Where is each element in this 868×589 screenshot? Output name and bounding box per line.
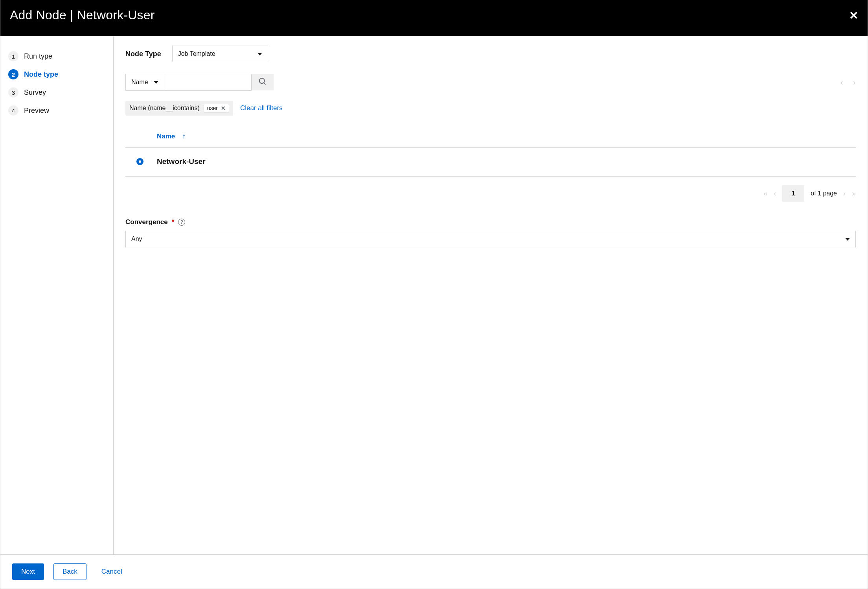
column-header-label: Name	[157, 133, 175, 140]
row-name: Network-User	[157, 153, 206, 166]
step-number: 4	[8, 105, 18, 116]
filter-chip: user ✕	[204, 104, 229, 112]
compact-next-icon[interactable]: ›	[853, 78, 856, 87]
filter-chip-group: Name (name__icontains) user ✕	[125, 101, 233, 116]
step-label: Run type	[24, 52, 52, 61]
table-row[interactable]: Network-User	[125, 148, 856, 177]
convergence-label: Convergence	[125, 218, 168, 226]
back-button-label: Back	[63, 568, 77, 576]
step-label: Node type	[24, 70, 58, 79]
wizard-step-survey[interactable]: 3 Survey	[8, 83, 105, 101]
page-last-icon[interactable]: »	[852, 190, 856, 198]
page-next-icon[interactable]: ›	[843, 190, 846, 198]
search-input[interactable]	[164, 74, 252, 90]
modal-footer: Next Back Cancel	[0, 554, 868, 589]
modal-body: 1 Run type 2 Node type 3 Survey 4 Previe…	[0, 36, 868, 554]
wizard-step-preview[interactable]: 4 Preview	[8, 101, 105, 120]
search-group: Name	[125, 74, 274, 90]
node-type-label: Node Type	[125, 50, 161, 58]
table-header-row: Name ↑	[125, 126, 856, 148]
convergence-field: Convergence * ? Any	[125, 218, 856, 247]
chevron-down-icon	[845, 238, 850, 241]
wizard-nav: 1 Run type 2 Node type 3 Survey 4 Previe…	[0, 36, 114, 554]
clear-all-filters-link[interactable]: Clear all filters	[240, 104, 283, 112]
chip-remove-icon[interactable]: ✕	[221, 105, 226, 111]
node-type-select[interactable]: Job Template	[172, 46, 268, 62]
filter-chip-row: Name (name__icontains) user ✕ Clear all …	[125, 101, 856, 116]
cancel-button-label: Cancel	[101, 568, 122, 576]
step-label: Preview	[24, 107, 49, 115]
row-radio-cell	[125, 154, 157, 165]
page-prev-icon[interactable]: ‹	[774, 190, 776, 198]
page-count-text: of 1 page	[811, 190, 837, 197]
back-button[interactable]: Back	[53, 563, 86, 580]
search-toolbar: Name ‹ ›	[125, 74, 856, 90]
node-type-field: Node Type Job Template	[125, 46, 856, 62]
node-type-value: Job Template	[178, 50, 215, 57]
add-node-modal: Add Node | Network-User ✕ 1 Run type 2 N…	[0, 0, 868, 589]
step-number: 2	[8, 69, 18, 79]
chevron-down-icon	[154, 81, 158, 84]
help-icon[interactable]: ?	[178, 219, 185, 226]
step-number: 1	[8, 51, 18, 61]
next-button-label: Next	[21, 568, 35, 576]
step-number: 3	[8, 87, 18, 98]
chip-group-label: Name (name__icontains)	[129, 105, 200, 112]
search-icon	[259, 78, 266, 87]
step-label: Survey	[24, 88, 46, 97]
search-key-value: Name	[131, 79, 148, 86]
convergence-value: Any	[131, 236, 142, 243]
pagination: « ‹ of 1 page › »	[125, 177, 856, 210]
convergence-select[interactable]: Any	[125, 231, 856, 247]
row-radio[interactable]	[136, 158, 143, 165]
column-header-name[interactable]: Name ↑	[157, 132, 186, 140]
modal-title: Add Node | Network-User	[10, 8, 155, 22]
page-first-icon[interactable]: «	[763, 190, 767, 198]
sort-asc-icon: ↑	[182, 132, 186, 140]
chip-value: user	[207, 105, 218, 111]
close-icon[interactable]: ✕	[849, 8, 858, 21]
wizard-step-node-type[interactable]: 2 Node type	[8, 65, 105, 83]
required-star-icon: *	[172, 218, 175, 226]
modal-header: Add Node | Network-User ✕	[0, 0, 868, 36]
chevron-down-icon	[257, 53, 262, 55]
cancel-button[interactable]: Cancel	[96, 563, 131, 580]
convergence-label-row: Convergence * ?	[125, 218, 856, 226]
wizard-content: Node Type Job Template Name	[114, 36, 868, 554]
search-button[interactable]	[252, 74, 274, 90]
compact-prev-icon[interactable]: ‹	[840, 78, 843, 87]
compact-pagination: ‹ ›	[840, 78, 856, 87]
wizard-step-run-type[interactable]: 1 Run type	[8, 47, 105, 65]
search-key-select[interactable]: Name	[125, 74, 164, 90]
page-number-input[interactable]	[782, 185, 804, 202]
next-button[interactable]: Next	[12, 563, 44, 580]
